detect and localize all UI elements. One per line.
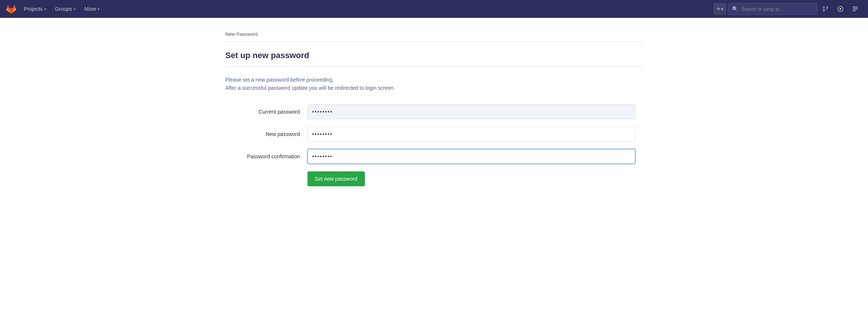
nav-more[interactable]: More ▾ [80, 0, 104, 18]
new-password-row: New password [225, 127, 635, 142]
groups-chevron-icon: ▾ [74, 7, 76, 11]
search-input[interactable] [741, 6, 813, 12]
submit-row: Set new password [225, 171, 635, 186]
info-text: Please set a new password before proceed… [225, 76, 643, 92]
page-wrapper: New Password Set up new password Please … [0, 18, 868, 320]
svg-point-1 [840, 8, 842, 10]
confirm-password-label: Password confirmation [225, 153, 307, 159]
more-chevron-icon: ▾ [98, 7, 100, 11]
svg-rect-4 [853, 10, 856, 11]
page-title: Set up new password [225, 51, 643, 67]
plus-chevron-icon: ▾ [721, 7, 723, 12]
svg-rect-3 [853, 9, 858, 9]
current-password-label: Current password [225, 109, 307, 115]
plus-icon: + [716, 5, 720, 13]
navbar-right: + ▾ 🔍 [713, 2, 862, 16]
search-icon: 🔍 [732, 6, 738, 12]
current-password-wrapper [307, 104, 635, 119]
issues-icon[interactable] [834, 2, 847, 16]
search-bar[interactable]: 🔍 [728, 3, 817, 15]
breadcrumb: New Password [225, 25, 643, 42]
projects-chevron-icon: ▾ [44, 7, 46, 11]
current-password-input[interactable] [307, 104, 635, 119]
confirm-password-wrapper [307, 149, 635, 164]
gitlab-logo-icon [6, 4, 16, 14]
new-password-wrapper [307, 127, 635, 142]
todos-icon[interactable] [849, 2, 862, 16]
confirm-password-row: Password confirmation [225, 149, 635, 164]
navbar: Projects ▾ Groups ▾ More ▾ + ▾ 🔍 [0, 0, 868, 18]
new-password-label: New password [225, 131, 307, 137]
new-password-input[interactable] [307, 127, 635, 142]
set-password-button[interactable]: Set new password [307, 171, 365, 186]
password-form: Current password New password Password c… [225, 104, 635, 186]
confirm-password-input[interactable] [307, 149, 635, 164]
current-password-row: Current password [225, 104, 635, 119]
svg-rect-2 [853, 7, 858, 7]
new-item-button[interactable]: + ▾ [713, 3, 726, 15]
merge-requests-icon[interactable] [819, 2, 832, 16]
nav-groups[interactable]: Groups ▾ [51, 0, 80, 18]
gitlab-logo-link[interactable] [6, 4, 16, 14]
nav-projects[interactable]: Projects ▾ [19, 0, 51, 18]
content-area: New Password Set up new password Please … [211, 18, 658, 201]
